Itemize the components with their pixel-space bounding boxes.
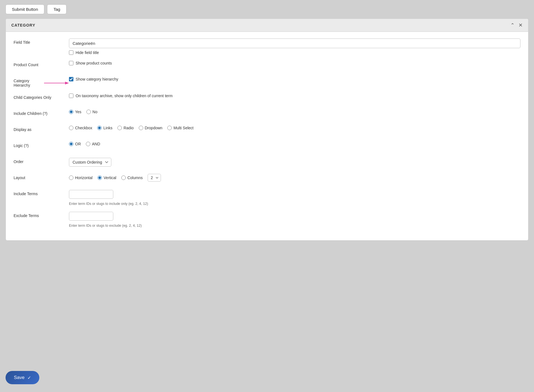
field-title-control: Hide field title	[69, 38, 520, 55]
product-count-control: Show product counts	[69, 61, 520, 65]
field-title-input[interactable]	[69, 38, 520, 48]
layout-columns-radio[interactable]	[121, 176, 126, 180]
display-as-row: Display as Checkbox Links Ra	[14, 126, 520, 136]
category-panel: CATEGORY ⌃ ✕ Field Title Hide field titl…	[6, 19, 528, 241]
logic-and-option[interactable]: AND	[86, 142, 100, 146]
collapse-panel-button[interactable]: ⌃	[510, 23, 515, 28]
logic-or-option[interactable]: OR	[69, 142, 81, 146]
layout-label: Layout	[14, 174, 69, 180]
tag-tab[interactable]: Tag	[47, 4, 66, 14]
display-as-multiselect-radio[interactable]	[167, 126, 172, 130]
save-label: Save	[14, 375, 25, 380]
include-terms-hint: Enter term IDs or slugs to include only …	[69, 202, 520, 206]
show-category-hierarchy-row: Show category hierarchy	[69, 77, 520, 81]
magenta-arrow-icon	[44, 80, 69, 86]
include-terms-control: Enter term IDs or slugs to include only …	[69, 190, 520, 206]
field-title-label: Field Title	[14, 38, 69, 45]
logic-radio-group: OR AND	[69, 142, 520, 146]
exclude-terms-control: Enter term IDs or slugs to exclude (eg. …	[69, 212, 520, 228]
logic-row: Logic (?) OR AND	[14, 142, 520, 152]
display-as-links-radio[interactable]	[97, 126, 102, 130]
display-as-radio-group: Checkbox Links Radio Dropdown	[69, 126, 520, 130]
save-checkmark-icon: ✓	[27, 375, 31, 380]
child-categories-option-label[interactable]: On taxonomy archive, show only children …	[76, 94, 173, 98]
logic-and-label: AND	[92, 142, 100, 146]
display-as-dropdown-option[interactable]: Dropdown	[139, 126, 163, 130]
include-children-yes-option[interactable]: Yes	[69, 110, 81, 114]
show-category-hierarchy-label[interactable]: Show category hierarchy	[76, 77, 118, 81]
display-as-checkbox-option[interactable]: Checkbox	[69, 126, 92, 130]
product-count-label: Product Count	[14, 61, 69, 67]
exclude-terms-label: Exclude Terms	[14, 212, 69, 218]
display-as-radio-option[interactable]: Radio	[117, 126, 134, 130]
layout-horizontal-radio[interactable]	[69, 176, 73, 180]
display-as-multiselect-option[interactable]: Multi Select	[167, 126, 193, 130]
include-children-yes-label: Yes	[75, 110, 81, 114]
include-children-no-label: No	[93, 110, 97, 114]
include-children-label: Include Children (?)	[14, 110, 69, 116]
order-control: Custom Ordering Name Slug Count Term ID	[69, 158, 520, 167]
hide-field-title-row: Hide field title	[69, 50, 520, 55]
display-as-links-label: Links	[103, 126, 112, 130]
main-content: CATEGORY ⌃ ✕ Field Title Hide field titl…	[0, 19, 534, 363]
category-hierarchy-row: Category Hierarchy Show category hierarc…	[14, 77, 520, 87]
logic-label: Logic (?)	[14, 142, 69, 148]
category-hierarchy-control: Show category hierarchy	[69, 77, 520, 81]
save-button[interactable]: Save ✓	[6, 371, 39, 384]
child-categories-checkbox[interactable]	[69, 94, 73, 98]
columns-select[interactable]: 2 3 4	[148, 174, 161, 182]
include-children-no-option[interactable]: No	[86, 110, 97, 114]
display-as-links-option[interactable]: Links	[97, 126, 112, 130]
layout-vertical-label: Vertical	[104, 176, 116, 180]
panel-header-icons: ⌃ ✕	[510, 23, 523, 28]
top-bar: Submit Button Tag	[0, 0, 534, 19]
display-as-dropdown-label: Dropdown	[145, 126, 163, 130]
exclude-terms-hint: Enter term IDs or slugs to exclude (eg. …	[69, 224, 520, 228]
child-categories-row: Child Categories Only On taxonomy archiv…	[14, 94, 520, 104]
display-as-multiselect-label: Multi Select	[173, 126, 193, 130]
layout-horizontal-option[interactable]: Horizontal	[69, 176, 93, 180]
layout-columns-label: Columns	[127, 176, 143, 180]
display-as-dropdown-radio[interactable]	[139, 126, 143, 130]
panel-body: Field Title Hide field title Product Cou…	[6, 32, 528, 240]
layout-vertical-option[interactable]: Vertical	[97, 176, 116, 180]
show-category-hierarchy-checkbox[interactable]	[69, 77, 73, 81]
layout-radio-group: Horizontal Vertical Columns 2 3	[69, 174, 520, 182]
display-as-radio-label: Radio	[124, 126, 134, 130]
child-categories-label: Child Categories Only	[14, 94, 69, 100]
order-row: Order Custom Ordering Name Slug Count Te…	[14, 158, 520, 168]
product-count-row: Product Count Show product counts	[14, 61, 520, 71]
show-product-counts-checkbox[interactable]	[69, 61, 73, 65]
show-product-counts-label[interactable]: Show product counts	[76, 61, 112, 65]
include-terms-label: Include Terms	[14, 190, 69, 196]
include-children-row: Include Children (?) Yes No	[14, 110, 520, 120]
layout-row: Layout Horizontal Vertical C	[14, 174, 520, 184]
display-as-radio-radio[interactable]	[117, 126, 122, 130]
hide-field-title-label[interactable]: Hide field title	[76, 50, 99, 55]
include-children-radio-group: Yes No	[69, 110, 520, 114]
logic-and-radio[interactable]	[86, 142, 90, 146]
child-categories-checkbox-row: On taxonomy archive, show only children …	[69, 94, 520, 98]
submit-button-tab[interactable]: Submit Button	[6, 4, 44, 14]
display-as-checkbox-radio[interactable]	[69, 126, 73, 130]
close-panel-button[interactable]: ✕	[518, 23, 523, 28]
display-as-label: Display as	[14, 126, 69, 132]
svg-marker-1	[65, 82, 69, 84]
include-children-yes-radio[interactable]	[69, 110, 73, 114]
order-label: Order	[14, 158, 69, 164]
panel-title: CATEGORY	[11, 23, 35, 27]
layout-vertical-radio[interactable]	[97, 176, 102, 180]
layout-horizontal-label: Horizontal	[75, 176, 93, 180]
include-children-no-radio[interactable]	[86, 110, 91, 114]
field-title-row: Field Title Hide field title	[14, 38, 520, 55]
exclude-terms-input[interactable]	[69, 212, 113, 221]
order-select[interactable]: Custom Ordering Name Slug Count Term ID	[69, 158, 111, 167]
include-terms-input[interactable]	[69, 190, 113, 199]
panel-header: CATEGORY ⌃ ✕	[6, 19, 528, 32]
hide-field-title-checkbox[interactable]	[69, 50, 73, 55]
layout-control: Horizontal Vertical Columns 2 3	[69, 174, 520, 182]
layout-columns-option[interactable]: Columns	[121, 176, 143, 180]
logic-or-radio[interactable]	[69, 142, 73, 146]
category-hierarchy-label: Category Hierarchy	[14, 77, 69, 87]
exclude-terms-row: Exclude Terms Enter term IDs or slugs to…	[14, 212, 520, 228]
